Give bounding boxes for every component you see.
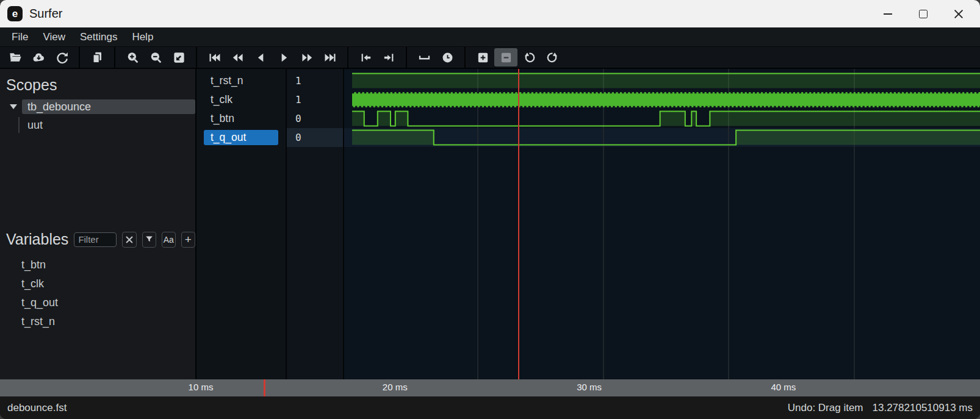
skip-to-end-button[interactable] (319, 48, 342, 66)
toolbar-separator (79, 47, 80, 68)
toolbar-group (85, 47, 109, 68)
minimize-button[interactable] (874, 0, 902, 27)
signal-name-t_btn[interactable]: t_btn (196, 109, 286, 128)
open-file-icon (9, 51, 23, 65)
add-variable-button[interactable]: + (181, 232, 195, 248)
close-button[interactable] (945, 0, 973, 27)
tree-indent-guide (18, 117, 20, 133)
signal-name-label: t_rst_n (196, 74, 243, 87)
variable-item-t_btn[interactable]: t_btn (0, 256, 195, 274)
signal-name-t_q_out[interactable]: t_q_out (196, 128, 286, 147)
fast-backward-button[interactable] (226, 48, 249, 66)
minimize-icon (884, 13, 892, 15)
scope-item-label[interactable]: tb_debounce (22, 99, 195, 114)
variables-section: Variables Aa + t_btnt_clkt_q_outt_rst_n (0, 231, 195, 331)
step-backward-button[interactable] (249, 48, 272, 66)
waveform-row-t_clk[interactable] (344, 90, 980, 109)
timeline-tick-label: 30 ms (577, 382, 602, 392)
funnel-icon (145, 235, 154, 244)
clear-filter-button[interactable] (122, 232, 136, 248)
step-forward-button[interactable] (272, 48, 295, 66)
reload-icon (55, 51, 69, 65)
fast-forward-button[interactable] (295, 48, 319, 66)
zoom-in-button[interactable] (121, 48, 144, 66)
skip-to-start-icon (207, 51, 222, 65)
waveform-area[interactable] (344, 69, 980, 379)
scope-item-root[interactable]: tb_debounce (0, 99, 195, 114)
signal-name-t_rst_n[interactable]: t_rst_n (196, 71, 286, 90)
titlebar: e Surfer (0, 0, 980, 27)
goto-start-button[interactable] (354, 48, 377, 66)
waveform-canvas (344, 109, 980, 128)
plus-icon: + (185, 233, 192, 246)
variable-item-t_q_out[interactable]: t_q_out (0, 293, 195, 312)
timeline-cursor-tick (264, 379, 265, 396)
menu-file[interactable]: File (4, 31, 35, 43)
remove-item-icon (499, 51, 513, 65)
signal-value-t_clk: 1 (287, 90, 343, 109)
add-marker-icon (476, 51, 490, 65)
copy-button[interactable] (85, 48, 109, 66)
clear-icon (126, 236, 133, 243)
close-icon (954, 9, 964, 19)
undo-icon (522, 51, 536, 65)
redo-button[interactable] (541, 48, 564, 66)
reload-button[interactable] (50, 48, 73, 66)
fast-backward-icon (231, 51, 245, 65)
variable-filter-input[interactable] (74, 232, 117, 247)
undo-button[interactable] (517, 48, 541, 66)
load-url-button[interactable] (27, 48, 50, 66)
zoom-out-button[interactable] (144, 48, 167, 66)
statusbar: debounce.fst Undo: Drag item 13.27821051… (0, 396, 980, 419)
cursor-line (518, 69, 519, 379)
toolbar-separator (347, 47, 348, 68)
timeline-bar[interactable]: 10 ms20 ms30 ms40 ms (0, 379, 980, 396)
scope-item-child[interactable]: uut (0, 117, 195, 133)
clock-button[interactable] (436, 48, 459, 66)
loaded-file-label: debounce.fst (7, 402, 67, 414)
collapse-arrow-icon[interactable] (10, 104, 17, 109)
maximize-icon (919, 10, 928, 18)
toolbar-separator (406, 47, 407, 68)
maximize-button[interactable] (909, 0, 937, 27)
remove-item-button[interactable] (494, 48, 517, 66)
timeline-tick-label: 20 ms (383, 382, 408, 392)
toolbar-group (471, 47, 564, 68)
signal-value-t_q_out: 0 (287, 128, 343, 147)
signal-name-t_clk[interactable]: t_clk (196, 90, 286, 109)
window-controls (874, 0, 980, 27)
signal-name-label: t_btn (196, 112, 234, 125)
waveform-row-t_q_out[interactable] (344, 128, 980, 147)
zoom-fit-icon (172, 51, 186, 65)
menu-view[interactable]: View (35, 31, 73, 43)
skip-to-end-icon (323, 51, 337, 65)
toolbar-group (4, 47, 73, 68)
cursor-time-label: 13.278210510913 ms (873, 402, 973, 414)
menu-settings[interactable]: Settings (73, 31, 124, 43)
open-file-button[interactable] (4, 48, 27, 66)
toolbar-separator (196, 47, 197, 68)
timeline-tick-label: 10 ms (189, 382, 214, 392)
variable-item-t_clk[interactable]: t_clk (0, 274, 195, 293)
zoom-in-icon (126, 51, 140, 65)
add-marker-button[interactable] (471, 48, 494, 66)
waveform-row-t_rst_n[interactable] (344, 71, 980, 90)
timeline-tick-label: 40 ms (771, 382, 796, 392)
undo-status-label: Undo: Drag item (788, 402, 863, 414)
case-sensitive-button[interactable]: Aa (162, 232, 176, 248)
waveform-row-t_btn[interactable] (344, 109, 980, 128)
signal-value-t_btn: 0 (287, 109, 343, 128)
menu-help[interactable]: Help (124, 31, 160, 43)
variable-item-t_rst_n[interactable]: t_rst_n (0, 312, 195, 331)
timeline-button[interactable] (413, 48, 436, 66)
skip-to-start-button[interactable] (203, 48, 226, 66)
filter-type-button[interactable] (142, 232, 156, 248)
toolbar-group (354, 47, 400, 68)
goto-end-button[interactable] (377, 48, 400, 66)
signal-name-label: t_clk (196, 93, 232, 106)
step-forward-icon (277, 51, 291, 65)
toolbar-group (203, 47, 342, 68)
surfer-window: e Surfer FileViewSettingsHelp Scopes tb_… (0, 0, 980, 419)
zoom-fit-button[interactable] (167, 48, 190, 66)
scope-child-label: uut (27, 119, 43, 132)
